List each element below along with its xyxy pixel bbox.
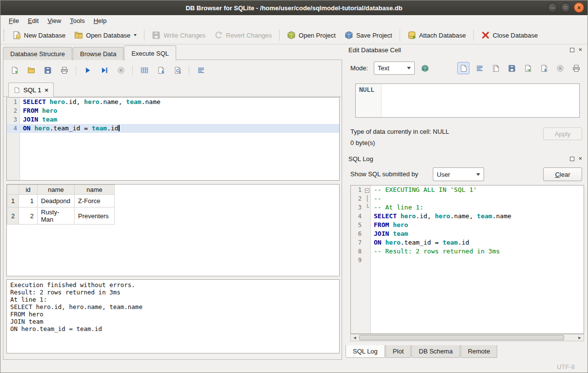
- save-project-button[interactable]: Save Project: [340, 28, 397, 42]
- word-wrap-button[interactable]: [473, 62, 486, 74]
- sql-editor-tab[interactable]: SQL 1 ×: [8, 83, 54, 97]
- line-number: 3: [351, 203, 364, 212]
- toolbar-separator: [400, 29, 400, 41]
- scrollbar-track[interactable]: [359, 334, 576, 341]
- column-header-id[interactable]: id: [19, 185, 38, 195]
- result-cell[interactable]: 2: [19, 207, 38, 225]
- write-changes-label: Write Changes: [163, 32, 205, 39]
- code-line[interactable]: 3└-- At line 1:: [351, 203, 584, 212]
- menu-tools[interactable]: Tools: [65, 16, 89, 26]
- auto-switch-mode-button[interactable]: [419, 62, 431, 74]
- log-filter-select[interactable]: User: [433, 167, 484, 181]
- code-line[interactable]: 2FROM hero: [7, 106, 339, 115]
- titlebar[interactable]: DB Browser for SQLite - /home/user/code/…: [0, 0, 588, 15]
- code-line[interactable]: 1−-- EXECUTING ALL IN 'SQL 1': [351, 186, 584, 194]
- close-database-button[interactable]: Close Database: [477, 28, 543, 42]
- mode-select[interactable]: Text: [374, 62, 415, 75]
- sql-editor[interactable]: 1SELECT hero.id, hero.name, team.name2FR…: [6, 97, 340, 181]
- result-cell[interactable]: Preventers: [75, 207, 115, 225]
- save-sql-file-icon: [44, 66, 52, 74]
- minimize-button[interactable]: —: [547, 2, 558, 13]
- float-panel-icon[interactable]: [570, 48, 574, 52]
- window-controls: — □ ×: [547, 2, 584, 13]
- export-cell-button[interactable]: [538, 62, 550, 74]
- new-tab-button[interactable]: [8, 64, 20, 77]
- print-cell-button[interactable]: [570, 62, 582, 74]
- fold-marker[interactable]: −: [364, 186, 370, 194]
- open-sql-file-button[interactable]: [25, 64, 37, 77]
- grid-corner[interactable]: [7, 185, 19, 195]
- code-line[interactable]: 8-- Result: 2 rows returned in 3ms: [351, 247, 584, 256]
- tab-execute-sql[interactable]: Execute SQL: [124, 45, 176, 61]
- save-sql-file-button[interactable]: [41, 64, 54, 77]
- result-cell[interactable]: Deadpond: [38, 195, 75, 207]
- mode-value: Text: [378, 64, 389, 72]
- sql-log-view[interactable]: 1−-- EXECUTING ALL IN 'SQL 1'2│--3└-- At…: [350, 185, 584, 334]
- toolbar-separator: [473, 29, 474, 41]
- row-number[interactable]: 1: [7, 195, 19, 207]
- word-wrap-button[interactable]: [195, 64, 207, 77]
- result-cell[interactable]: Z-Force: [75, 195, 115, 207]
- text-view-button[interactable]: [457, 62, 469, 74]
- save-cell-button[interactable]: [506, 62, 518, 74]
- cell-content[interactable]: NULL: [356, 84, 579, 95]
- row-number[interactable]: 2: [7, 207, 19, 225]
- import-cell-button[interactable]: [522, 62, 534, 74]
- code-line[interactable]: 1SELECT hero.id, hero.name, team.name: [7, 98, 339, 106]
- close-panel-icon[interactable]: ×: [578, 156, 582, 161]
- line-number: 1: [351, 186, 364, 194]
- execution-message[interactable]: Execution finished without errors. Resul…: [6, 279, 340, 353]
- code-line[interactable]: 4SELECT hero.id, hero.name, team.name: [351, 212, 584, 221]
- tab-browse-data[interactable]: Browse Data: [73, 47, 123, 60]
- open-database-button[interactable]: Open Database: [70, 28, 141, 42]
- save-results-button[interactable]: [155, 64, 167, 77]
- close-button[interactable]: ×: [574, 2, 584, 13]
- code-text: FROM hero: [370, 221, 584, 229]
- code-text: ON hero.team_id = team.id: [20, 124, 339, 133]
- tab-plot[interactable]: Plot: [385, 345, 411, 358]
- code-line[interactable]: 7ON hero.team_id = team.id: [351, 238, 584, 247]
- line-number: 5: [351, 221, 364, 229]
- result-cell[interactable]: 1: [19, 195, 38, 207]
- code-line[interactable]: 9: [351, 256, 584, 265]
- tab-db-schema[interactable]: DB Schema: [411, 345, 460, 358]
- open-project-button[interactable]: Open Project: [283, 28, 340, 42]
- column-header-name[interactable]: name: [75, 185, 115, 195]
- code-line[interactable]: 4ON hero.team_id = team.id: [7, 124, 339, 133]
- float-panel-icon[interactable]: [570, 157, 574, 161]
- code-line[interactable]: 2│--: [351, 194, 584, 203]
- column-header-name[interactable]: name: [38, 185, 75, 195]
- toolbar-handle[interactable]: [3, 29, 6, 41]
- open-project-icon: [287, 31, 296, 40]
- scroll-left-icon[interactable]: ◀: [351, 334, 359, 341]
- menu-file[interactable]: File: [4, 16, 23, 26]
- clear-log-button[interactable]: Clear: [543, 167, 582, 181]
- tab-sql-log[interactable]: SQL Log: [345, 345, 385, 358]
- find-replace-button[interactable]: [171, 64, 183, 77]
- scrollbar-thumb[interactable]: [359, 335, 564, 340]
- tab-remote[interactable]: Remote: [461, 345, 498, 358]
- scroll-right-icon[interactable]: ▶: [576, 334, 584, 341]
- find-icon: [174, 66, 182, 74]
- result-cell[interactable]: Rusty-Man: [38, 207, 75, 225]
- tab-label: Database Structure: [10, 50, 65, 58]
- copy-button[interactable]: [489, 62, 502, 74]
- print-sql-button[interactable]: [58, 64, 70, 77]
- menu-help[interactable]: Help: [89, 16, 111, 26]
- export-results-button[interactable]: [138, 64, 150, 77]
- menu-edit[interactable]: Edit: [23, 16, 43, 26]
- code-line[interactable]: 3JOIN team: [7, 115, 339, 124]
- execute-current-line-button[interactable]: [98, 64, 110, 77]
- close-panel-icon[interactable]: ×: [578, 47, 582, 52]
- execute-all-button[interactable]: [81, 64, 94, 77]
- menu-view[interactable]: View: [43, 16, 65, 26]
- tab-database-structure[interactable]: Database Structure: [3, 47, 72, 60]
- statusbar: UTF-8: [0, 360, 588, 373]
- new-database-button[interactable]: New Database: [8, 28, 70, 42]
- close-tab-icon[interactable]: ×: [44, 86, 48, 94]
- cell-editor[interactable]: NULL: [355, 83, 580, 118]
- maximize-button[interactable]: □: [561, 2, 571, 13]
- code-line[interactable]: 5FROM hero: [351, 221, 584, 229]
- attach-database-button[interactable]: Attach Database: [403, 28, 470, 42]
- code-line[interactable]: 6JOIN team: [351, 229, 584, 238]
